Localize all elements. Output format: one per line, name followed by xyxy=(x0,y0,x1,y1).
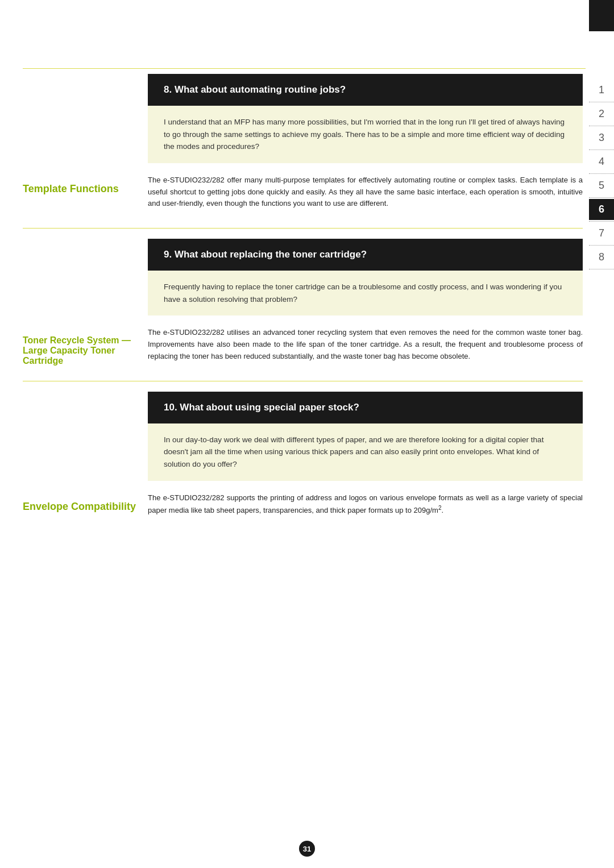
answer-box-10: In our day-to-day work we deal with diff… xyxy=(148,423,583,481)
template-functions-label-col: Template Functions xyxy=(23,175,148,221)
tab-dots-8 xyxy=(589,269,614,269)
toner-recycle-content: The e-STUDIO232/282 utilises an advanced… xyxy=(148,327,583,373)
template-functions-content: The e-STUDIO232/282 offer many multi-pur… xyxy=(148,175,583,221)
q9-row: 9. What about replacing the toner cartri… xyxy=(23,239,583,327)
tab-number-5: 5 xyxy=(589,175,614,196)
question-8-text: 8. What about automating routine jobs? xyxy=(164,84,346,95)
main-content: 8. What about automating routine jobs? I… xyxy=(23,74,583,834)
envelope-compat-label-col: Envelope Compatibility xyxy=(23,492,148,529)
divider-1 xyxy=(23,228,583,229)
tab-dots-5 xyxy=(589,197,614,198)
page-number: 31 xyxy=(299,841,315,857)
question-10-text: 10. What about using special paper stock… xyxy=(164,402,359,413)
nav-tab-8[interactable]: 8 xyxy=(589,247,614,271)
template-functions-row: Template Functions The e-STUDIO232/282 o… xyxy=(23,175,583,221)
nav-tab-3[interactable]: 3 xyxy=(589,127,614,151)
question-box-8: 8. What about automating routine jobs? xyxy=(148,74,583,106)
q10-content: 10. What about using special paper stock… xyxy=(148,392,583,492)
tab-dots-6 xyxy=(589,221,614,222)
tab-number-1: 1 xyxy=(589,80,614,101)
answer-9-text: Frequently having to replace the toner c… xyxy=(164,283,562,304)
toner-recycle-heading: Toner Recycle System — Large Capacity To… xyxy=(23,335,136,366)
black-square-top xyxy=(589,0,614,31)
q10-row: 10. What about using special paper stock… xyxy=(23,392,583,492)
divider-2 xyxy=(23,381,583,381)
question-9-text: 9. What about replacing the toner cartri… xyxy=(164,249,367,260)
nav-tab-4[interactable]: 4 xyxy=(589,151,614,175)
tab-number-2: 2 xyxy=(589,103,614,124)
nav-tabs: 1 2 3 4 5 6 7 8 xyxy=(589,80,614,271)
answer-8-text: I understand that an MFP has many more p… xyxy=(164,118,565,151)
template-functions-heading: Template Functions xyxy=(23,183,136,195)
answer-10-text: In our day-to-day work we deal with diff… xyxy=(164,435,544,468)
tab-number-8: 8 xyxy=(589,247,614,268)
q9-left-col xyxy=(23,239,148,327)
question-box-9: 9. What about replacing the toner cartri… xyxy=(148,239,583,271)
top-decorative-line xyxy=(23,68,586,69)
q8-row: 8. What about automating routine jobs? I… xyxy=(23,74,583,175)
nav-tab-5[interactable]: 5 xyxy=(589,175,614,199)
tab-dots-7 xyxy=(589,245,614,246)
answer-box-9: Frequently having to replace the toner c… xyxy=(148,271,583,315)
nav-tab-2[interactable]: 2 xyxy=(589,103,614,127)
nav-tab-6[interactable]: 6 xyxy=(589,199,614,223)
tab-number-3: 3 xyxy=(589,127,614,148)
q9-content: 9. What about replacing the toner cartri… xyxy=(148,239,583,327)
envelope-compat-content: The e-STUDIO232/282 supports the printin… xyxy=(148,492,583,529)
tab-number-6: 6 xyxy=(589,199,614,220)
question-box-10: 10. What about using special paper stock… xyxy=(148,392,583,423)
q10-left-col xyxy=(23,392,148,492)
nav-tab-7[interactable]: 7 xyxy=(589,223,614,247)
tab-number-7: 7 xyxy=(589,223,614,244)
tab-dots-3 xyxy=(589,149,614,150)
tab-dots-1 xyxy=(589,102,614,102)
q8-left-col xyxy=(23,74,148,175)
tab-number-4: 4 xyxy=(589,151,614,172)
answer-box-8: I understand that an MFP has many more p… xyxy=(148,106,583,163)
q8-content: 8. What about automating routine jobs? I… xyxy=(148,74,583,175)
toner-recycle-row: Toner Recycle System — Large Capacity To… xyxy=(23,327,583,373)
tab-dots-4 xyxy=(589,173,614,174)
toner-recycle-label-col: Toner Recycle System — Large Capacity To… xyxy=(23,327,148,373)
envelope-compat-row: Envelope Compatibility The e-STUDIO232/2… xyxy=(23,492,583,529)
template-functions-body: The e-STUDIO232/282 offer many multi-pur… xyxy=(148,175,583,210)
envelope-compat-heading: Envelope Compatibility xyxy=(23,501,136,513)
envelope-compat-body: The e-STUDIO232/282 supports the printin… xyxy=(148,492,583,517)
page-container: 1 2 3 4 5 6 7 8 xyxy=(0,0,614,868)
nav-tab-1[interactable]: 1 xyxy=(589,80,614,103)
tab-dots-2 xyxy=(589,126,614,126)
toner-recycle-body: The e-STUDIO232/282 utilises an advanced… xyxy=(148,327,583,362)
